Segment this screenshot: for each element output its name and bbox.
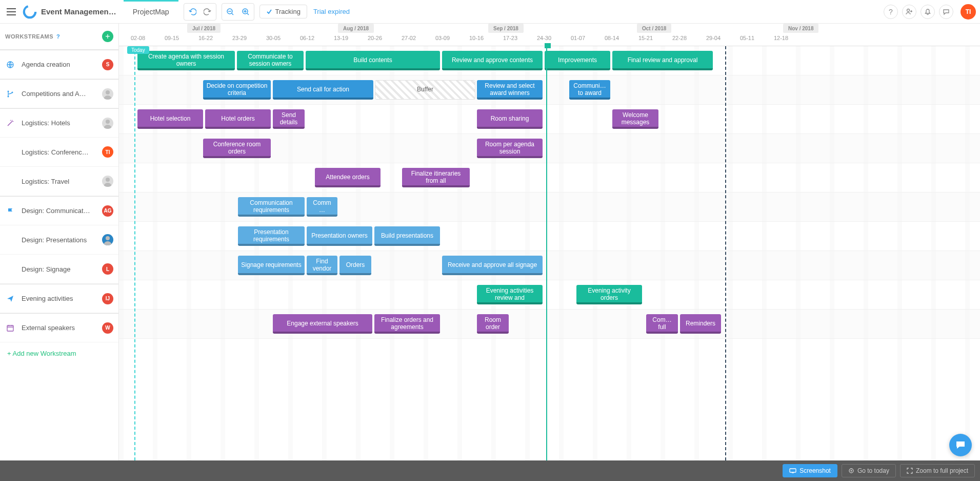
tracking-button[interactable]: Tracking	[259, 5, 307, 18]
workstream-avatar[interactable]	[102, 234, 113, 245]
workstream-row[interactable]: External speakersW	[0, 313, 118, 342]
workstream-avatar[interactable]: S	[102, 59, 113, 70]
workstream-row[interactable]: Agenda creationS	[0, 50, 118, 79]
task-bar[interactable]: Welcome messages	[612, 109, 658, 129]
task-bar[interactable]: Room per agenda session	[477, 139, 543, 158]
go-today-button[interactable]: Go to today	[842, 464, 896, 477]
undo-icon[interactable]	[186, 6, 198, 18]
screenshot-label: Screenshot	[799, 467, 831, 474]
trial-expired-link[interactable]: Trial expired	[313, 8, 350, 15]
task-bar[interactable]: Decide on competition criteria	[203, 80, 271, 100]
task-bar[interactable]: Improvements	[545, 51, 610, 70]
workstream-avatar[interactable]: TI	[102, 146, 113, 158]
task-bar[interactable]: Receive and approve all signage	[442, 256, 543, 275]
workstream-avatar[interactable]: IJ	[102, 293, 113, 304]
add-workstream-link[interactable]: + Add new Workstream	[0, 342, 118, 364]
task-bar[interactable]: Engage external speakers	[273, 314, 372, 334]
month-label: Jul / 2018	[187, 24, 221, 33]
workstream-row[interactable]: Design: Communicat…AG	[0, 196, 118, 225]
branch-icon	[5, 90, 15, 98]
month-label: Oct / 2018	[637, 24, 671, 33]
invite-icon[interactable]	[902, 5, 916, 19]
week-label: 01-07	[561, 35, 595, 41]
task-bar[interactable]: Orders	[339, 256, 371, 275]
workstream-avatar[interactable]: L	[102, 263, 113, 275]
chat-button[interactable]	[949, 434, 972, 456]
task-bar[interactable]: Presentation requirements	[238, 226, 305, 246]
zoom-full-button[interactable]: Zoom to full project	[900, 464, 975, 477]
help-icon[interactable]: ?	[884, 5, 898, 19]
workstream-label: Design: Presentations	[22, 236, 96, 244]
task-bar[interactable]: Final review and approval	[612, 51, 713, 70]
timeline[interactable]: Jul / 2018Aug / 2018Sep / 2018Oct / 2018…	[119, 24, 980, 460]
task-bar[interactable]: Buffer	[375, 80, 475, 100]
comment-icon[interactable]	[939, 5, 953, 19]
send-icon	[5, 295, 15, 303]
redo-icon[interactable]	[202, 6, 214, 18]
svg-rect-12	[7, 325, 13, 331]
workstream-avatar[interactable]: W	[102, 322, 113, 334]
zoom-out-icon[interactable]	[224, 6, 236, 18]
task-bar[interactable]: Hotel selection	[137, 109, 203, 129]
task-bar[interactable]: Presentation owners	[307, 226, 372, 246]
workstream-row[interactable]: Logistics: Conferenc…TI	[0, 138, 118, 167]
task-bar[interactable]: Create agenda with session owners	[137, 51, 235, 70]
workstream-avatar[interactable]	[102, 88, 113, 100]
task-bar[interactable]: Reminders	[680, 314, 721, 334]
workstream-avatar[interactable]	[102, 118, 113, 129]
task-bar[interactable]: Finalize itineraries from all	[402, 168, 470, 187]
task-bar[interactable]: Communicate to session owners	[237, 51, 304, 70]
workstream-avatar[interactable]	[102, 176, 113, 187]
milestone-flag-icon[interactable]	[545, 43, 551, 48]
undo-redo-group	[184, 3, 216, 21]
gantt-row	[119, 280, 980, 310]
task-bar[interactable]: Evening activity orders	[576, 285, 642, 304]
task-bar[interactable]: Attendee orders	[315, 168, 381, 187]
task-bar[interactable]: Hotel orders	[205, 109, 271, 129]
task-bar[interactable]: Signage requirements	[238, 256, 305, 275]
project-title[interactable]: Event Managemen…	[41, 7, 116, 16]
task-bar[interactable]: Review and approve contents	[442, 51, 543, 70]
task-bar[interactable]: Build contents	[306, 51, 440, 70]
task-bar[interactable]: Send details	[273, 109, 305, 129]
workstream-row[interactable]: Design: SignageL	[0, 255, 118, 284]
hamburger-icon[interactable]	[4, 5, 18, 19]
task-bar[interactable]: Review and select award winners	[477, 80, 543, 100]
workstream-row[interactable]: Logistics: Travel	[0, 167, 118, 196]
workstream-label: Logistics: Conferenc…	[22, 148, 96, 156]
task-bar[interactable]: Room order	[477, 314, 509, 334]
workstream-row[interactable]: Competitions and A…	[0, 79, 118, 108]
check-icon	[266, 9, 272, 15]
screenshot-button[interactable]: Screenshot	[783, 464, 837, 477]
task-bar[interactable]: Find vendor	[307, 256, 337, 275]
task-bar[interactable]: Finalize orders and agreements	[374, 314, 440, 334]
workstream-label: Agenda creation	[22, 61, 96, 68]
task-bar[interactable]: Send call for action	[273, 80, 373, 100]
workstream-row[interactable]: Evening activitiesIJ	[0, 284, 118, 313]
app-logo[interactable]	[22, 4, 38, 20]
svg-rect-13	[790, 469, 796, 472]
task-bar[interactable]: Evening activities review and	[477, 285, 543, 304]
task-bar[interactable]: Room sharing	[477, 109, 543, 129]
bell-icon[interactable]	[921, 5, 935, 19]
user-avatar[interactable]: TI	[961, 4, 976, 20]
svg-point-8	[106, 90, 110, 94]
task-bar[interactable]: Com… full	[646, 314, 678, 334]
add-workstream-button[interactable]: +	[102, 31, 113, 42]
week-label: 22-28	[663, 35, 696, 41]
task-bar[interactable]: Conference room orders	[203, 139, 271, 158]
week-label: 29-04	[696, 35, 730, 41]
week-label: 24-30	[527, 35, 561, 41]
zoom-in-icon[interactable]	[239, 6, 252, 18]
today-badge[interactable]: Today	[127, 46, 149, 54]
workstream-avatar[interactable]: AG	[102, 205, 113, 217]
task-bar[interactable]: Communication requirements	[238, 197, 305, 217]
task-bar[interactable]: Build presentations	[374, 226, 440, 246]
help-icon[interactable]: ?	[56, 33, 60, 40]
workstream-label: Logistics: Hotels	[22, 119, 96, 127]
workstream-row[interactable]: Logistics: Hotels	[0, 108, 118, 138]
task-bar[interactable]: Comm …	[307, 197, 337, 217]
workstream-row[interactable]: Design: Presentations	[0, 225, 118, 255]
task-bar[interactable]: Communi… to award	[569, 80, 610, 100]
tab-projectmap[interactable]: ProjectMap	[124, 0, 178, 24]
